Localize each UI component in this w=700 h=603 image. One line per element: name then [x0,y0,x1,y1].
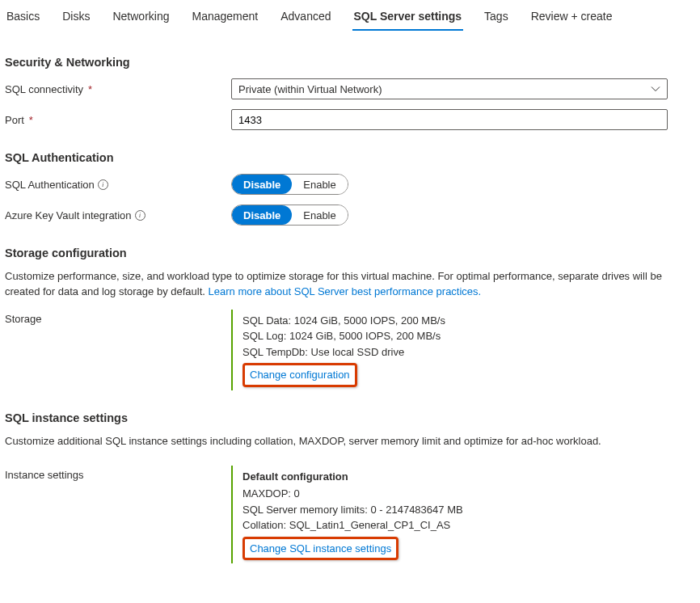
instance-memory-line: SQL Server memory limits: 0 - 2147483647… [242,502,463,518]
field-sql-connectivity: SQL connectivity * Private (within Virtu… [5,78,695,99]
field-port: Port * [5,109,695,130]
sql-auth-label: SQL Authentication [5,179,95,191]
sql-auth-toggle[interactable]: Disable Enable [231,174,348,195]
info-icon[interactable]: i [135,210,145,221]
storage-description: Customize performance, size, and workloa… [5,269,695,300]
instance-maxdop-line: MAXDOP: 0 [242,486,463,502]
sql-connectivity-value: Private (within Virtual Network) [238,83,382,95]
section-storage-heading: Storage configuration [5,247,695,259]
storage-data-line: SQL Data: 1024 GiB, 5000 IOPS, 200 MB/s [242,313,445,329]
section-instance-heading: SQL instance settings [5,411,695,424]
tab-tags[interactable]: Tags [483,6,510,31]
instance-settings-label: Instance settings [5,469,84,481]
storage-learn-link[interactable]: Learn more about SQL Server best perform… [209,285,482,297]
field-akv-integration: Azure Key Vault integration i Disable En… [5,205,695,226]
section-sql-auth-heading: SQL Authentication [5,151,695,164]
tabs-bar: Basics Disks Networking Management Advan… [0,0,700,32]
highlight-box: Change SQL instance settings [242,537,398,561]
port-label: Port [5,114,24,126]
akv-label: Azure Key Vault integration [5,209,132,221]
akv-enable[interactable]: Enable [292,205,347,225]
tab-advanced[interactable]: Advanced [279,6,332,31]
required-star-icon: * [88,83,92,95]
highlight-box: Change configuration [242,363,357,387]
required-star-icon: * [29,114,33,126]
change-storage-config-link[interactable]: Change configuration [250,369,350,381]
sql-connectivity-label: SQL connectivity [5,83,83,95]
tab-sql-server-settings[interactable]: SQL Server settings [352,6,464,31]
sql-auth-disable[interactable]: Disable [232,175,292,194]
storage-log-line: SQL Log: 1024 GiB, 5000 IOPS, 200 MB/s [242,328,445,344]
sql-connectivity-select[interactable]: Private (within Virtual Network) [231,78,668,99]
akv-disable[interactable]: Disable [232,205,292,225]
field-instance-settings: Instance settings Default configuration … [5,466,695,564]
storage-tempdb-line: SQL TempDb: Use local SSD drive [242,344,445,361]
chevron-down-icon [651,84,660,94]
field-storage: Storage SQL Data: 1024 GiB, 5000 IOPS, 2… [5,310,695,390]
instance-collation-line: Collation: SQL_Latin1_General_CP1_CI_AS [242,517,463,533]
sql-auth-enable[interactable]: Enable [292,175,347,194]
info-icon[interactable]: i [98,179,108,190]
field-sql-authentication: SQL Authentication i Disable Enable [5,174,695,195]
change-instance-settings-link[interactable]: Change SQL instance settings [250,542,391,555]
instance-config-title: Default configuration [242,469,463,485]
storage-info-block: SQL Data: 1024 GiB, 5000 IOPS, 200 MB/s … [231,310,445,390]
tab-review-create[interactable]: Review + create [529,6,614,31]
tab-networking[interactable]: Networking [111,6,171,31]
akv-toggle[interactable]: Disable Enable [231,205,348,226]
tab-disks[interactable]: Disks [61,6,91,31]
tab-content: Security & Networking SQL connectivity *… [0,32,700,592]
instance-description: Customize additional SQL instance settin… [5,434,695,449]
storage-label: Storage [5,313,42,325]
section-security-heading: Security & Networking [5,56,695,69]
tab-basics[interactable]: Basics [5,6,41,31]
instance-info-block: Default configuration MAXDOP: 0 SQL Serv… [231,466,463,564]
port-input[interactable] [231,109,668,130]
tab-management[interactable]: Management [191,6,260,31]
